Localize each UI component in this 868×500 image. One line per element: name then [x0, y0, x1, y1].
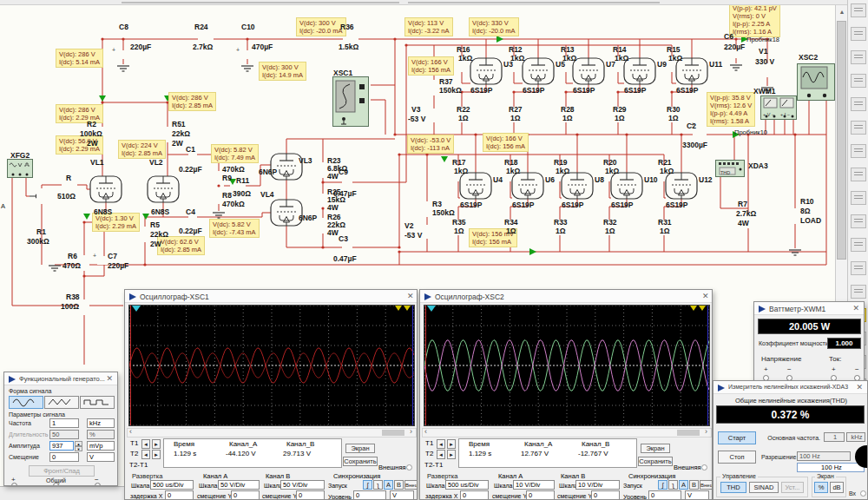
trigger-a-button[interactable]: A: [679, 480, 688, 490]
falling-edge-button[interactable]: ʅ: [373, 480, 383, 490]
level-unit-field[interactable]: V: [685, 490, 709, 500]
toolbar-instrument-button[interactable]: [851, 97, 866, 111]
toolbar-instrument-button[interactable]: [851, 191, 866, 205]
tube-symbol[interactable]: [460, 173, 491, 199]
square-wave-button[interactable]: [80, 396, 115, 409]
function-generator-window[interactable]: Функциональный генерато...✕ Форма сигнал…: [3, 372, 118, 486]
sine-wave-button[interactable]: [9, 396, 43, 409]
db-button[interactable]: dB: [830, 482, 844, 493]
close-icon[interactable]: ✕: [852, 304, 859, 312]
toolbar-instrument-button[interactable]: [851, 121, 866, 135]
t1-left-button[interactable]: ◄: [141, 439, 150, 449]
scope-scrollbar[interactable]: [422, 428, 712, 438]
param-unit-3[interactable]: mVp: [87, 441, 115, 451]
toolbar-instrument-button[interactable]: [851, 74, 866, 88]
trigger-ext-button[interactable]: Внеш: [700, 480, 713, 490]
tube-symbol[interactable]: [573, 58, 604, 84]
fundamental-freq-unit[interactable]: kHz: [846, 432, 865, 442]
scroll-left-icon[interactable]: ‹: [129, 427, 132, 436]
scrollbar-thumb[interactable]: [837, 21, 846, 260]
x-delay-field[interactable]: 0: [165, 490, 194, 500]
toolbar-instrument-button[interactable]: [851, 238, 866, 252]
falling-edge-button[interactable]: ʅ: [668, 480, 678, 490]
t2-right-button[interactable]: ►: [447, 450, 456, 459]
spinner-down-icon[interactable]: ▼: [75, 446, 82, 451]
tube-symbol[interactable]: [624, 58, 655, 84]
resolution-dropdown-item[interactable]: 100 Hz: [797, 463, 865, 472]
channel-b-scale-field[interactable]: 50 V/Div: [280, 480, 325, 490]
tube-symbol[interactable]: [148, 176, 179, 202]
rising-edge-button[interactable]: ʃ: [363, 480, 372, 490]
triangle-wave-button[interactable]: [44, 396, 79, 409]
param-value-3[interactable]: 937: [49, 441, 74, 451]
level-unit-field[interactable]: V: [390, 490, 414, 500]
plus-terminal[interactable]: [11, 483, 17, 486]
gnd-symbol[interactable]: [117, 66, 129, 71]
scroll-left-icon[interactable]: ‹: [424, 427, 427, 436]
trigger-ext-button[interactable]: Внеш: [404, 480, 418, 490]
toolbar-instrument-button[interactable]: [851, 261, 866, 275]
param-value-2[interactable]: 50: [49, 430, 79, 439]
t1-left-button[interactable]: ◄: [437, 439, 445, 449]
screen-button[interactable]: Экран: [345, 444, 375, 453]
settings-button[interactable]: Уст...: [781, 482, 804, 493]
input-radio[interactable]: [860, 490, 866, 497]
stop-button[interactable]: Стоп: [718, 451, 756, 464]
t2-left-button[interactable]: ◄: [437, 450, 445, 459]
x-delay-field[interactable]: 0: [460, 490, 489, 500]
t2-left-button[interactable]: ◄: [141, 450, 150, 459]
oscilloscope-xsc1-icon[interactable]: [332, 76, 369, 127]
close-icon[interactable]: ✕: [702, 292, 709, 300]
sinad-mode-button[interactable]: SINAD: [749, 482, 779, 493]
probe-arrow-icon[interactable]: [83, 214, 90, 220]
screen-button[interactable]: Экран: [641, 444, 670, 453]
external-radio[interactable]: [701, 464, 707, 470]
trigger-a-button[interactable]: A: [384, 480, 393, 490]
trigger-b-button[interactable]: B: [394, 480, 404, 490]
oscilloscope-window-xsc2[interactable]: Осциллограф-XSC2✕‹›T1◄►T2◄►T2-T1ВремяКан…: [419, 289, 713, 500]
t2-right-button[interactable]: ►: [152, 450, 161, 459]
close-icon[interactable]: ✕: [856, 383, 863, 391]
t1-right-button[interactable]: ►: [152, 439, 161, 449]
tube-symbol[interactable]: [523, 58, 554, 84]
toolbar-instrument-button[interactable]: [851, 27, 866, 41]
trigger-b-button[interactable]: B: [689, 480, 699, 490]
channel-b-offset-field[interactable]: 0: [591, 490, 620, 500]
param-unit-1[interactable]: kHz: [87, 418, 115, 428]
param-unit-4[interactable]: V: [87, 452, 115, 462]
scrollbar-thumb[interactable]: [677, 430, 700, 436]
level-field[interactable]: 0: [353, 490, 386, 500]
tube-symbol[interactable]: [562, 173, 593, 199]
channel-a-offset-field[interactable]: 0: [526, 490, 555, 500]
wattmeter-window[interactable]: Ваттметр-XWM1✕ 20.005 W Коэффициент мощн…: [753, 301, 865, 381]
percent-button[interactable]: %: [814, 482, 828, 493]
toolbar-instrument-button[interactable]: [851, 3, 866, 17]
channel-a-scale-field[interactable]: 10 V/Div: [513, 480, 555, 490]
scope-scrollbar[interactable]: [127, 428, 417, 438]
gnd-symbol[interactable]: [241, 66, 253, 71]
scrollbar-thumb[interactable]: [382, 430, 404, 436]
edge-button[interactable]: Фронт/Спад: [29, 465, 95, 477]
probe-arrow-icon[interactable]: [99, 95, 106, 102]
rising-edge-button[interactable]: ʃ: [658, 480, 667, 490]
gnd-symbol[interactable]: [789, 250, 801, 255]
channel-a-scale-field[interactable]: 50 V/Div: [218, 480, 260, 490]
toolbar-instrument-button[interactable]: [851, 285, 866, 299]
tube-symbol[interactable]: [512, 173, 543, 199]
tube-symbol[interactable]: [470, 58, 502, 84]
save-button[interactable]: Сохранить: [343, 457, 378, 466]
start-button[interactable]: Старт: [718, 431, 756, 444]
resolution-value[interactable]: 100 Hz: [797, 451, 851, 461]
tube-symbol[interactable]: [271, 200, 302, 226]
toolbar-instrument-button[interactable]: [851, 214, 866, 228]
param-unit-2[interactable]: %: [87, 430, 115, 439]
toolbar-instrument-button[interactable]: [851, 168, 866, 181]
t1-right-button[interactable]: ►: [447, 439, 456, 449]
toolbar-instrument-button[interactable]: [851, 144, 866, 158]
gnd-symbol[interactable]: [49, 266, 61, 271]
fundamental-freq-value[interactable]: 1: [824, 432, 845, 442]
toolbar-instrument-button[interactable]: [851, 50, 866, 64]
close-icon[interactable]: ✕: [407, 292, 414, 300]
tube-symbol[interactable]: [90, 176, 122, 202]
thd-mode-button[interactable]: THD: [720, 482, 746, 493]
